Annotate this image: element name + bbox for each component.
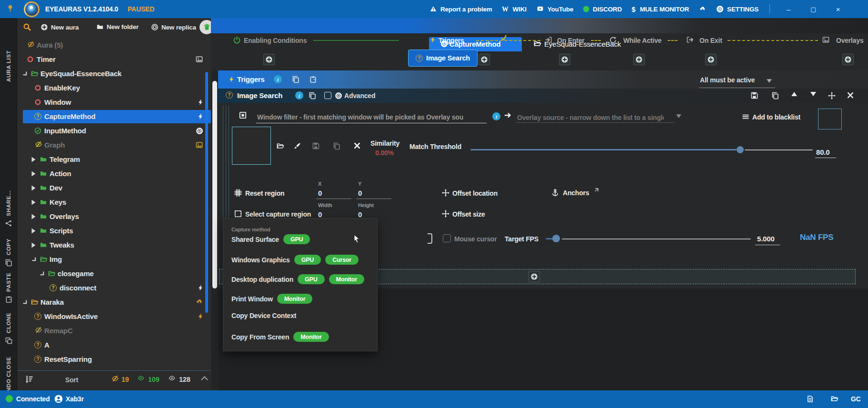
threshold-slider-track[interactable] — [745, 149, 813, 150]
copy-image-icon[interactable] — [333, 142, 340, 150]
advanced-label[interactable]: Advanced — [344, 92, 375, 100]
add-node-button[interactable] — [263, 54, 275, 65]
y-field[interactable]: 0 — [358, 189, 362, 197]
collapse-arrow-icon[interactable] — [22, 299, 28, 305]
expand-arrow-icon[interactable] — [31, 171, 36, 177]
fps-value-field[interactable]: 5.000 — [757, 235, 775, 243]
tree-item-remapc[interactable]: RemapC — [17, 324, 211, 338]
copy-icon[interactable] — [292, 76, 299, 83]
expand-arrow-icon[interactable] — [31, 157, 36, 162]
tree-item-graph[interactable]: Graph — [17, 138, 211, 152]
username[interactable]: Xab3r — [66, 395, 84, 403]
log-file-icon[interactable] — [807, 395, 814, 403]
pipeline-stage-on-exit[interactable]: On Exit — [699, 37, 722, 44]
chevron-up-icon[interactable] — [201, 376, 208, 380]
capture-method-option-print-window[interactable]: Print WindowMonitor — [231, 294, 312, 304]
rail-paste[interactable]: PASTE — [0, 267, 17, 303]
new-aura-button[interactable]: New aura — [40, 23, 79, 31]
add-node-button[interactable] — [705, 54, 717, 65]
titlebar-link-report-a-problem[interactable]: Report a problem — [429, 6, 492, 13]
minimize-button[interactable]: – — [782, 5, 795, 13]
tree-item-windowisactive[interactable]: ?WindowIsActive — [17, 309, 211, 324]
image-preview-box[interactable] — [232, 127, 271, 165]
capture-method-option-copy-from-screen[interactable]: Copy From ScreenMonitor — [231, 332, 329, 342]
offset-location-button[interactable]: Offset location — [452, 189, 498, 197]
collapse-arrow-icon[interactable] — [40, 271, 45, 276]
height-field[interactable]: 0 — [358, 210, 362, 219]
threshold-slider-handle[interactable] — [737, 146, 744, 153]
width-field[interactable]: 0 — [318, 210, 322, 219]
threshold-value[interactable]: 80.0 — [816, 148, 829, 156]
capture-method-option-copy-device-context[interactable]: Copy Device Context — [231, 312, 296, 319]
tree-item-enablekey[interactable]: EnableKey — [17, 81, 211, 95]
tree-item-naraka[interactable]: Naraka — [17, 295, 211, 309]
save-icon[interactable] — [751, 92, 758, 99]
tree-item-capturemethod[interactable]: ?CaptureMethod — [17, 109, 211, 124]
expand-corner-icon[interactable] — [594, 188, 599, 192]
add-node-button[interactable] — [559, 54, 570, 65]
tree-item-window[interactable]: Window — [17, 95, 211, 109]
close-button[interactable]: × — [832, 5, 844, 13]
fps-slider-track[interactable] — [562, 239, 751, 239]
expand-arrow-icon[interactable] — [31, 199, 36, 205]
blacklist-preview-box[interactable] — [818, 109, 842, 129]
caret-down-icon[interactable] — [767, 79, 772, 83]
add-node-button[interactable] — [479, 54, 490, 65]
new-folder-button[interactable]: New folder — [96, 23, 139, 30]
titlebar-link-discord[interactable]: DISCORD — [583, 6, 622, 13]
select-capture-region-button[interactable]: Select capture region — [245, 210, 311, 218]
fps-slider-handle[interactable] — [552, 235, 560, 242]
titlebar-link-wiki[interactable]: WWIKI — [502, 6, 527, 13]
expand-arrow-icon[interactable] — [31, 228, 36, 234]
collapse-arrow-icon[interactable] — [22, 71, 28, 76]
move-icon[interactable] — [828, 92, 836, 100]
capture-method-option-shared-surface[interactable]: Shared SurfaceGPU — [231, 234, 310, 244]
tree-item-timer[interactable]: Timer — [17, 52, 211, 67]
tree-item-action[interactable]: Action — [17, 167, 211, 181]
sort-icon[interactable] — [25, 375, 33, 383]
open-folder-icon[interactable] — [830, 395, 838, 402]
maximize-button[interactable]: ▢ — [807, 6, 819, 13]
tree-item-keys[interactable]: Keys — [17, 195, 211, 209]
tree-item-disconnect[interactable]: ?disconnect — [17, 281, 211, 295]
add-node-button[interactable] — [842, 54, 854, 65]
window-filter-input[interactable]: Window filter - first matching window wi… — [257, 113, 485, 121]
rail-share[interactable]: SHARE... — [0, 182, 17, 227]
pipeline-stage-overlays[interactable]: Overlays — [836, 37, 864, 44]
save-image-icon[interactable] — [312, 142, 319, 149]
trigger-policy-select[interactable]: All must be active — [700, 76, 755, 84]
copy-icon[interactable] — [309, 92, 316, 100]
tree-item-dev[interactable]: Dev — [17, 181, 211, 195]
tree-item-aura-5-[interactable]: Aura (5) — [17, 38, 211, 52]
titlebar-link-mule-monitor[interactable]: $MULE MONITOR — [631, 6, 689, 13]
tree-item-telegram[interactable]: Telegram — [17, 152, 211, 167]
tree-item-tweaks[interactable]: Tweaks — [17, 238, 211, 252]
search-icon[interactable] — [23, 23, 31, 31]
move-up-icon[interactable] — [791, 92, 797, 96]
info-icon[interactable]: i — [492, 112, 500, 120]
info-icon[interactable]: i — [295, 91, 303, 100]
tree-item-img[interactable]: Img — [17, 252, 211, 267]
tree-item-overlays[interactable]: Overlays — [17, 209, 211, 224]
titlebar-link-youtube[interactable]: YouTube — [536, 6, 573, 13]
clear-image-icon[interactable] — [354, 142, 360, 149]
gc-button[interactable]: GC — [851, 395, 861, 403]
rail-clone[interactable]: CLONE — [0, 307, 17, 344]
offset-size-button[interactable]: Offset size — [452, 210, 485, 218]
pipeline-stage-while-active[interactable]: While Active — [623, 37, 661, 44]
titlebar-link-settings[interactable]: SETTINGS — [716, 5, 758, 13]
rail-copy[interactable]: COPY — [0, 231, 17, 267]
tree-item-inputmethod[interactable]: InputMethod — [17, 124, 211, 138]
tree-item-scripts[interactable]: Scripts — [17, 224, 211, 238]
overlay-source-input[interactable]: Overlay source - narrow down the list to… — [517, 114, 664, 121]
expand-arrow-icon[interactable] — [31, 214, 36, 219]
pipeline-stage-enabling-conditions[interactable]: Enabling Conditions — [244, 37, 307, 44]
close-icon[interactable] — [847, 92, 854, 99]
info-icon[interactable]: i — [274, 75, 282, 83]
capture-method-option-desktop-duplication[interactable]: Desktop duplicationGPUMonitor — [231, 274, 364, 284]
image-search-trigger-chip[interactable]: ? Image Search — [408, 50, 478, 67]
threshold-slider-track-filled[interactable] — [470, 149, 737, 150]
titlebar-link-cloud[interactable] — [698, 6, 707, 12]
collapse-arrow-icon[interactable] — [31, 257, 37, 262]
paste-icon[interactable] — [309, 76, 317, 83]
